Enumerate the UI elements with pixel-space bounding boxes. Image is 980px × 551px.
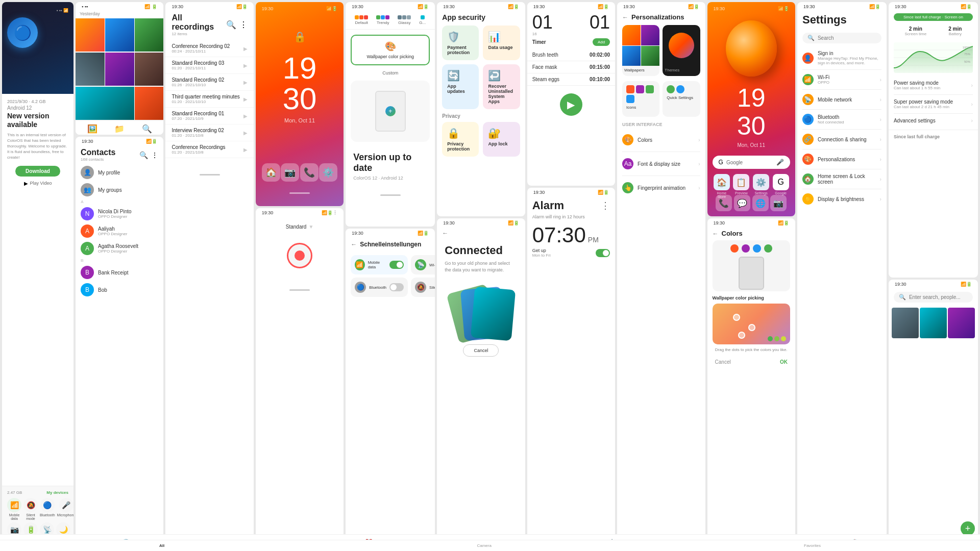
- quick-settings-personalization[interactable]: Quick Settings: [663, 81, 700, 117]
- color-swatch[interactable]: [764, 244, 772, 253]
- color-swatch[interactable]: [753, 244, 761, 253]
- more-icon[interactable]: ⋮: [239, 20, 248, 30]
- theme-trendy[interactable]: Trendy: [376, 15, 389, 25]
- theme-default[interactable]: Default: [355, 15, 368, 25]
- contacts-more-icon[interactable]: ⋮: [151, 151, 158, 159]
- contact-item[interactable]: N Nicola Di Pinto OPPO Designer: [76, 205, 163, 222]
- search-icon[interactable]: 🔍: [226, 20, 236, 30]
- colors-settings-item[interactable]: 🎨 Colors ›: [622, 130, 700, 149]
- contact-item[interactable]: A Aaliyah OPPO Designer: [76, 222, 163, 240]
- recording-item[interactable]: Conference Recording 02 00:24 · 2021/10/…: [165, 40, 253, 57]
- home-app-icon[interactable]: 🏠: [262, 163, 280, 182]
- contact-item[interactable]: B Bob: [76, 281, 163, 298]
- color-swatch[interactable]: [742, 244, 750, 253]
- qs-toggle[interactable]: 🔵 Bluetooth: [351, 278, 408, 297]
- security-recover[interactable]: ↩️ Recover Uninstalled System Apps: [483, 64, 520, 109]
- color-swatch[interactable]: [730, 244, 739, 253]
- recording-item[interactable]: Conference Recordings 01:20 · 2021/10/8 …: [165, 141, 253, 158]
- photo-thumb[interactable]: [948, 308, 975, 338]
- dock-icon[interactable]: 📷: [770, 195, 787, 211]
- color-pick-dot[interactable]: [738, 332, 745, 339]
- color-pick-dot[interactable]: [733, 314, 740, 321]
- camera-app-icon[interactable]: 📷: [281, 163, 299, 182]
- people-search-input[interactable]: [909, 294, 974, 300]
- contacts-search-icon[interactable]: 🔍: [139, 151, 148, 159]
- settings-mobile-network[interactable]: 📡 Mobile network ›: [797, 90, 887, 109]
- app-lock[interactable]: 🔐 App lock: [483, 122, 520, 157]
- qs-toggle[interactable]: 📡 Wi-Fi: [411, 255, 435, 274]
- colors-cancel-button[interactable]: Cancel: [715, 359, 731, 365]
- colors-back-icon[interactable]: ←: [713, 230, 719, 237]
- toggle-bluetooth[interactable]: 🔵 Bluetooth: [40, 498, 55, 520]
- battery-time-label: Battery: [948, 32, 962, 36]
- gallery-explore-tab[interactable]: 🔍: [142, 124, 152, 134]
- power-saving-label: Power saving mode: [894, 80, 967, 86]
- recording-item[interactable]: Standard Recording 02 01:26 · 2021/10/10…: [165, 74, 253, 91]
- phone-app-icon[interactable]: 📞: [300, 163, 318, 182]
- recording-item[interactable]: Third quarter meeting minutes 01:20 · 20…: [165, 91, 253, 108]
- settings-sign-in[interactable]: 👤 Sign in Manage HeyTap: Find My Phone, …: [797, 46, 887, 69]
- settings-display[interactable]: ☀️ Display & brightness ›: [797, 189, 887, 209]
- dock-icon[interactable]: 🌐: [752, 195, 769, 211]
- toggle-silent[interactable]: 🔕 Silent mode: [23, 498, 38, 520]
- connected-cancel-button[interactable]: Cancel: [463, 344, 499, 357]
- version-subtitle: ColorOS 12 · Android 12: [353, 176, 427, 181]
- timer-item[interactable]: Brush teeth 00:02:00: [527, 49, 615, 61]
- theme-glassy[interactable]: Glassy: [398, 15, 411, 25]
- settings-bluetooth[interactable]: 🔵 Bluetooth Not connected ›: [797, 110, 887, 129]
- dock-icon[interactable]: 💬: [734, 195, 750, 211]
- timer-item[interactable]: Steam eggs 00:10:00: [527, 73, 615, 86]
- download-button[interactable]: Download: [15, 166, 60, 177]
- photo-thumb[interactable]: [920, 308, 947, 338]
- settings-home-screen[interactable]: 🏠 Home screen & Lock screen ›: [797, 169, 887, 189]
- wallpapers-option[interactable]: Wallpapers: [622, 25, 659, 76]
- toggle-mic[interactable]: 🎤 Microphone: [57, 498, 74, 520]
- recording-item-standard01[interactable]: Standard Recording 01 07:20 · 2021/10/9 …: [165, 108, 253, 124]
- people-search-bar[interactable]: 🔍: [894, 292, 973, 303]
- themes-option[interactable]: Themes: [663, 25, 700, 76]
- fingerprint-settings-item[interactable]: 👆 Fingerprint animation ›: [622, 178, 700, 197]
- settings-search-input[interactable]: [818, 35, 883, 41]
- alarm-more-icon[interactable]: ⋮: [601, 200, 610, 211]
- alarm-toggle[interactable]: [596, 249, 610, 257]
- theme-g[interactable]: G...: [419, 15, 426, 25]
- wallpaper-color-picking-option[interactable]: 🎨 Wallpaper color picking: [351, 35, 430, 65]
- google-search-bar[interactable]: G Google 🎤: [713, 156, 790, 169]
- contact-item[interactable]: 👥 My groups: [76, 181, 163, 198]
- super-power-saving-item[interactable]: Super power saving mode Can last about 2…: [889, 95, 978, 113]
- timer-add-button[interactable]: Add: [593, 38, 610, 46]
- qs-toggle[interactable]: 🔕 Silent: [411, 278, 435, 297]
- advanced-settings-item[interactable]: Advanced settings ›: [889, 114, 978, 128]
- quick-settings-phone2: 19:30 📶🔋 ← Schnelleinstellungen 📶 Mobile…: [346, 229, 435, 549]
- contact-item[interactable]: A Agatha Roosevelt OPPO Designer: [76, 240, 163, 257]
- app-security-title: App security: [442, 13, 520, 21]
- security-app-updates[interactable]: 🔄 App updates: [442, 64, 479, 109]
- toggle-mobile-data[interactable]: 📶 Mobile data: [7, 498, 21, 520]
- settings-wifi[interactable]: 📶 Wi-Fi OPPO ›: [797, 70, 887, 89]
- recording-item[interactable]: Standard Recording 03 01:20 · 2021/10/11…: [165, 57, 253, 74]
- settings-personalizations[interactable]: 🎨 Personalizations ›: [797, 149, 887, 169]
- settings-search-bar[interactable]: 🔍: [802, 33, 881, 43]
- power-saving-item[interactable]: Power saving mode Can last about 1 h 55 …: [889, 76, 978, 94]
- font-display-settings-item[interactable]: Aa Font & display size ›: [622, 154, 700, 173]
- contact-item[interactable]: 👤 My profile: [76, 164, 163, 181]
- qs-toggle[interactable]: 📶 Mobile data: [351, 255, 408, 274]
- security-payment[interactable]: 🛡️ Payment protection: [442, 26, 479, 60]
- recording-item[interactable]: Interview Recording 02 01:20 · 2021/10/8…: [165, 124, 253, 141]
- security-data-usage[interactable]: 📊 Data usage: [483, 26, 520, 60]
- settings-connection[interactable]: 🔗 Connection & sharing ›: [797, 130, 887, 149]
- gallery-photos-tab[interactable]: 🖼️: [87, 124, 97, 134]
- timer-item[interactable]: Face mask 00:15:00: [527, 61, 615, 73]
- record-button[interactable]: [287, 243, 312, 268]
- icons-option[interactable]: Icons: [622, 81, 659, 117]
- colors-ok-button[interactable]: OK: [780, 359, 788, 365]
- dock-icon[interactable]: 📞: [716, 195, 732, 211]
- custom-option[interactable]: Custom: [350, 70, 431, 76]
- color-pick-dot[interactable]: [748, 324, 755, 331]
- timer-play-button[interactable]: ▶: [560, 93, 582, 116]
- settings-app-icon[interactable]: ⚙️: [319, 163, 337, 182]
- photo-thumb[interactable]: [892, 308, 919, 338]
- gallery-albums-tab[interactable]: 📁: [114, 124, 125, 134]
- privacy-protection[interactable]: 🔒 Privacy protection: [442, 122, 479, 157]
- contact-item[interactable]: B Bank Receipt: [76, 264, 163, 281]
